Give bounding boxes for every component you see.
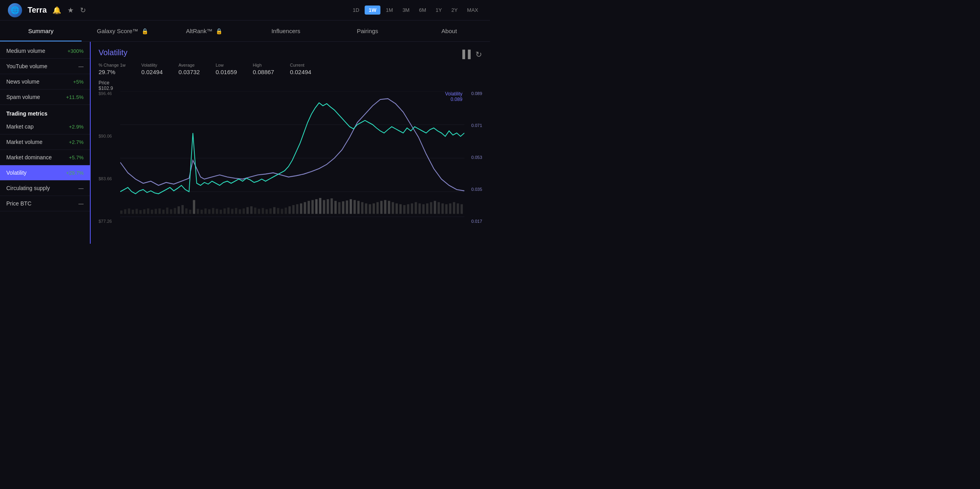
tab-influencers[interactable]: Influencers — [245, 21, 327, 41]
time-btn-1w[interactable]: 1W — [365, 6, 380, 15]
chart-stats: % Change 1w 29.7% Volatility 0.02494 Ave… — [99, 63, 311, 75]
sidebar-item-market-cap[interactable]: Market cap +2.9% — [0, 119, 90, 134]
svg-rect-9 — [136, 209, 138, 214]
tab-galaxy-score[interactable]: Galaxy Score™ 🔒 — [82, 21, 163, 41]
app-logo[interactable]: 🌐 — [8, 3, 22, 17]
chart-svg — [120, 91, 464, 225]
svg-rect-34 — [231, 209, 233, 214]
sidebar-value: — — [78, 185, 84, 191]
time-btn-1m[interactable]: 1M — [382, 6, 397, 15]
svg-rect-53 — [304, 202, 306, 214]
stat-volatility: Volatility 0.02494 — [142, 63, 163, 75]
sidebar-section-trading: Trading metrics — [0, 105, 90, 119]
svg-rect-20 — [178, 206, 180, 214]
lock-icon-altrank: 🔒 — [216, 28, 222, 34]
lock-icon-galaxy: 🔒 — [142, 28, 148, 34]
sidebar-label: Market volume — [6, 139, 43, 145]
header-icons: 🔔 ★ ↻ — [52, 6, 86, 15]
bell-icon[interactable]: 🔔 — [52, 6, 61, 15]
svg-rect-63 — [342, 201, 345, 214]
svg-rect-6 — [124, 209, 127, 214]
y-right-4: 0.017 — [464, 219, 482, 224]
svg-rect-79 — [403, 205, 406, 214]
svg-rect-73 — [380, 201, 383, 214]
chart-svg-area — [120, 91, 464, 225]
svg-rect-38 — [246, 207, 249, 214]
sidebar-item-youtube-volume[interactable]: YouTube volume — — [0, 59, 90, 74]
svg-rect-41 — [258, 209, 260, 214]
stat-value: 0.02494 — [290, 69, 311, 75]
svg-rect-72 — [376, 202, 379, 214]
sidebar-item-medium-volume[interactable]: Medium volume +300% — [0, 43, 90, 59]
stat-value: 0.02494 — [142, 69, 163, 75]
stat-label: Volatility — [142, 63, 163, 67]
svg-rect-56 — [315, 199, 318, 214]
stat-label: Low — [216, 63, 237, 67]
svg-rect-77 — [395, 203, 398, 214]
refresh-chart-icon[interactable]: ↻ — [475, 50, 482, 59]
svg-rect-83 — [419, 203, 421, 214]
sidebar-item-circulating-supply[interactable]: Circulating supply — — [0, 181, 90, 196]
sidebar-item-market-volume[interactable]: Market volume +2.7% — [0, 134, 90, 150]
y-label-top: $96.46 — [99, 91, 120, 96]
svg-rect-45 — [273, 207, 276, 214]
price-label-text: Price $102.9 — [99, 80, 311, 91]
chart-area: Volatility % Change 1w 29.7% Volatility … — [91, 42, 490, 244]
y-right-3: 0.035 — [464, 187, 482, 192]
time-btn-1d[interactable]: 1D — [349, 6, 363, 15]
svg-rect-19 — [174, 208, 176, 214]
main-layout: Medium volume +300% YouTube volume — New… — [0, 42, 490, 244]
svg-rect-55 — [311, 200, 314, 214]
sidebar-label: Price BTC — [6, 200, 32, 207]
svg-rect-61 — [334, 201, 337, 214]
svg-rect-26 — [201, 210, 203, 214]
svg-rect-66 — [354, 200, 356, 214]
sidebar-item-volatility[interactable]: Volatility +29.7% — [0, 165, 90, 181]
header: 🌐 Terra 🔔 ★ ↻ 1D 1W 1M 3M 6M 1Y 2Y MAX — [0, 0, 490, 21]
svg-rect-21 — [181, 205, 184, 214]
svg-rect-42 — [262, 208, 264, 214]
sidebar-label: Spam volume — [6, 94, 40, 100]
tab-altrank[interactable]: AltRank™ 🔒 — [163, 21, 245, 41]
time-btn-2y[interactable]: 2Y — [447, 6, 462, 15]
tab-pairings[interactable]: Pairings — [327, 21, 408, 41]
bar-chart-icon[interactable]: ▐▐ — [460, 50, 471, 59]
sidebar-value: +5.7% — [69, 155, 84, 161]
star-icon[interactable]: ★ — [67, 6, 74, 15]
sidebar-item-spam-volume[interactable]: Spam volume +11.5% — [0, 90, 90, 105]
tab-about[interactable]: About — [408, 21, 490, 41]
svg-rect-60 — [331, 198, 333, 214]
svg-rect-70 — [369, 204, 371, 214]
svg-rect-90 — [445, 204, 448, 214]
svg-rect-47 — [281, 209, 283, 214]
stat-value: 0.08867 — [253, 69, 274, 75]
y-right-0: 0.089 — [464, 91, 482, 96]
svg-rect-36 — [239, 209, 241, 214]
nav-tabs: Summary Galaxy Score™ 🔒 AltRank™ 🔒 Influ… — [0, 21, 490, 42]
sidebar-value: +300% — [67, 48, 84, 54]
svg-rect-62 — [338, 202, 341, 214]
svg-rect-54 — [307, 201, 310, 214]
sidebar-value: +5% — [73, 79, 84, 85]
svg-rect-76 — [392, 202, 394, 214]
svg-rect-39 — [250, 206, 253, 214]
svg-rect-64 — [346, 200, 348, 214]
svg-rect-59 — [327, 199, 329, 214]
time-btn-6m[interactable]: 6M — [415, 6, 430, 15]
sidebar-item-news-volume[interactable]: News volume +5% — [0, 74, 90, 90]
sidebar-item-price-btc[interactable]: Price BTC — — [0, 196, 90, 211]
stat-label: Current — [290, 63, 311, 67]
time-btn-max[interactable]: MAX — [463, 6, 482, 15]
svg-rect-40 — [254, 207, 257, 214]
tab-summary[interactable]: Summary — [0, 21, 82, 41]
sidebar-label: News volume — [6, 78, 39, 85]
time-btn-3m[interactable]: 3M — [399, 6, 414, 15]
sidebar-item-market-dominance[interactable]: Market dominance +5.7% — [0, 150, 90, 165]
svg-rect-17 — [166, 207, 168, 214]
svg-rect-18 — [170, 209, 172, 214]
time-btn-1y[interactable]: 1Y — [432, 6, 446, 15]
svg-rect-82 — [415, 202, 417, 214]
stat-value: 0.03732 — [179, 69, 200, 75]
svg-rect-75 — [388, 201, 390, 214]
refresh-icon[interactable]: ↻ — [80, 6, 86, 15]
